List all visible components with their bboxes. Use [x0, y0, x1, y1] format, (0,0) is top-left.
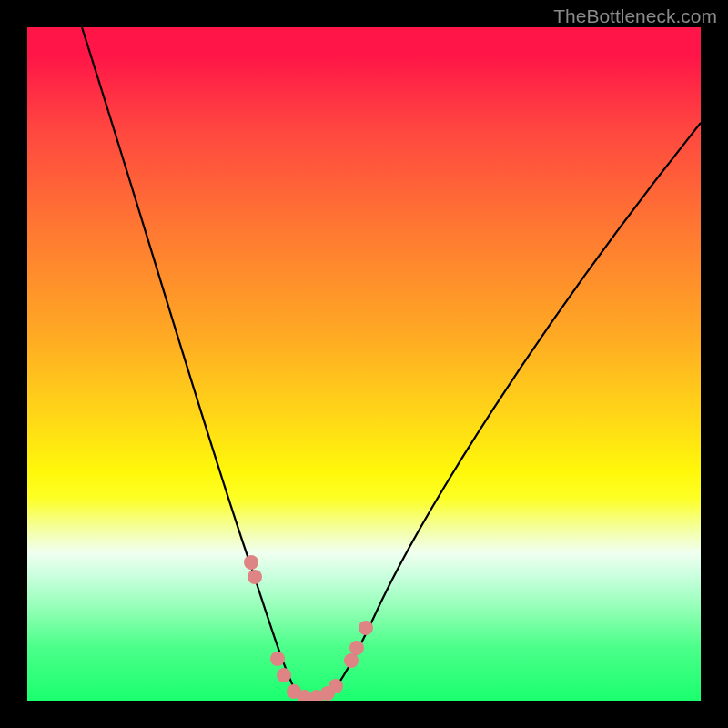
watermark-text: TheBottleneck.com — [553, 5, 717, 27]
gradient-plot-area — [27, 27, 701, 701]
